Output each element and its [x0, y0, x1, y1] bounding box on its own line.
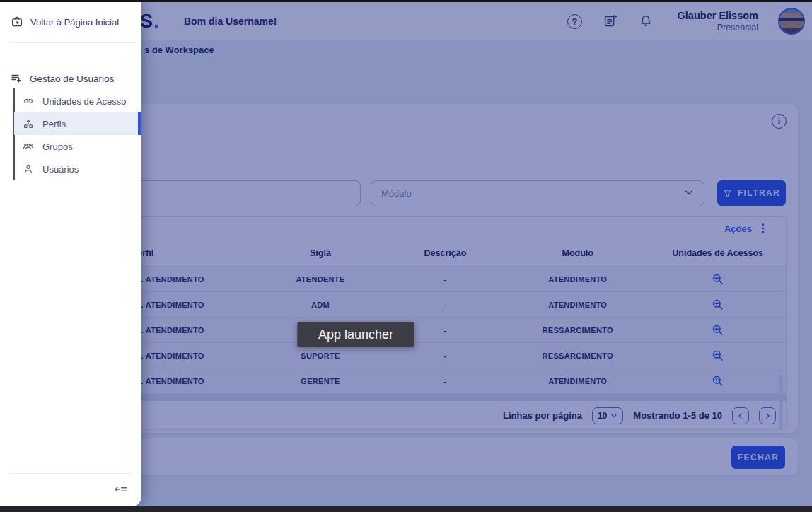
sidebar-item-label: Usuários — [42, 164, 79, 175]
drawer-divider — [10, 473, 132, 474]
list-add-icon — [10, 72, 23, 85]
screen: S. Bom dia Username! ? Glauber Elissom P… — [0, 0, 812, 512]
section-label: Gestão de Usuários — [30, 74, 114, 84]
users-group-icon — [23, 141, 34, 152]
hierarchy-icon — [23, 118, 34, 129]
sidebar-item-grupos[interactable]: Grupos — [0, 135, 141, 158]
sidebar-item-label: Unidades de Acesso — [42, 96, 127, 107]
sidebar-item-usuarios[interactable]: Usuários — [0, 158, 141, 180]
sidebar-item-gestao-de-usuarios[interactable]: Gestão de Usuários — [10, 72, 114, 85]
back-to-home-item[interactable]: Voltar à Página Inicial — [11, 16, 119, 28]
window-bottom-edge — [0, 506, 812, 512]
drawer-subitems: Unidades de Acesso Perfis Grupos Usuário… — [0, 90, 141, 180]
sidebar-item-unidades-de-acesso[interactable]: Unidades de Acesso — [0, 90, 141, 112]
back-to-home-label: Voltar à Página Inicial — [30, 17, 119, 28]
navigation-drawer: Voltar à Página Inicial Gestão de Usuári… — [0, 2, 141, 506]
app-launcher-tooltip: App launcher — [297, 322, 414, 347]
briefcase-return-icon — [11, 16, 23, 28]
collapse-sidebar-icon[interactable] — [113, 482, 129, 497]
window-top-edge — [0, 0, 812, 2]
link-icon — [23, 95, 34, 107]
sidebar-item-perfis[interactable]: Perfis — [14, 112, 141, 135]
sidebar-item-label: Grupos — [42, 141, 73, 152]
drawer-divider — [10, 42, 136, 43]
user-icon — [23, 163, 34, 175]
sidebar-item-label: Perfis — [42, 119, 66, 129]
selected-indicator — [138, 112, 141, 135]
